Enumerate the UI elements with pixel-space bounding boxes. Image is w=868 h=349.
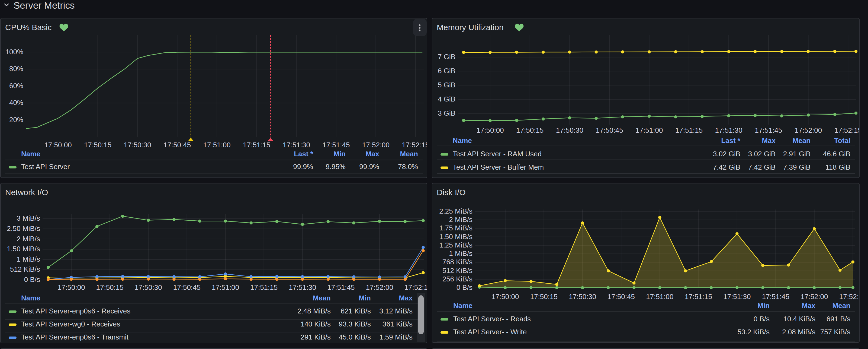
svg-text:17:50:00: 17:50:00 [476, 126, 504, 134]
svg-text:Test API Server - Buffer Mem: Test API Server - Buffer Mem [453, 163, 544, 171]
svg-text:118 GiB: 118 GiB [826, 163, 850, 171]
svg-text:140 KiB/s: 140 KiB/s [301, 320, 331, 328]
svg-text:60%: 60% [9, 82, 23, 90]
svg-text:17:50:15: 17:50:15 [516, 126, 544, 134]
svg-text:17:50:15: 17:50:15 [530, 293, 558, 301]
svg-text:17:50:15: 17:50:15 [96, 283, 123, 291]
svg-text:45.0 KiB/s: 45.0 KiB/s [339, 333, 371, 341]
svg-text:Last *: Last * [294, 150, 313, 158]
svg-text:Test API Server-wg0 - Receives: Test API Server-wg0 - Receives [21, 320, 120, 328]
svg-text:3.02 GiB: 3.02 GiB [748, 150, 776, 158]
svg-text:Name: Name [21, 150, 40, 158]
svg-text:2 MiB/s: 2 MiB/s [17, 235, 40, 243]
svg-text:17:51:15: 17:51:15 [685, 293, 712, 301]
svg-text:17:51:15: 17:51:15 [675, 126, 703, 134]
svg-text:512 KiB/s: 512 KiB/s [10, 265, 40, 273]
svg-text:17:51:45: 17:51:45 [327, 283, 354, 291]
svg-text:3 GiB: 3 GiB [438, 109, 456, 117]
svg-text:17:52:00: 17:52:00 [801, 293, 828, 301]
svg-text:1.59 MiB/s: 1.59 MiB/s [379, 333, 412, 341]
svg-text:Name: Name [453, 301, 472, 310]
svg-text:17:51:45: 17:51:45 [762, 293, 789, 301]
svg-text:Max: Max [365, 150, 379, 158]
svg-text:3 MiB/s: 3 MiB/s [17, 214, 40, 222]
svg-text:17:52:15: 17:52:15 [839, 293, 860, 301]
svg-text:17:50:30: 17:50:30 [569, 293, 596, 301]
svg-text:17:50:45: 17:50:45 [173, 283, 200, 291]
svg-text:2.08 MiB/s: 2.08 MiB/s [782, 328, 815, 336]
svg-text:2 MiB/s: 2 MiB/s [449, 215, 472, 224]
svg-text:17:51:30: 17:51:30 [283, 141, 310, 149]
svg-text:6 GiB: 6 GiB [438, 67, 456, 75]
svg-text:17:52:00: 17:52:00 [795, 126, 822, 134]
svg-text:17:51:15: 17:51:15 [250, 283, 278, 291]
svg-text:100%: 100% [5, 48, 24, 56]
svg-text:Total: Total [834, 137, 850, 145]
svg-text:4 GiB: 4 GiB [438, 95, 456, 103]
svg-text:1.50 MiB/s: 1.50 MiB/s [439, 233, 472, 241]
svg-text:0 B/s: 0 B/s [24, 275, 40, 284]
svg-text:2.91 GiB: 2.91 GiB [783, 150, 810, 158]
svg-text:Test API Server-enp0s6 - Recei: Test API Server-enp0s6 - Receives [21, 307, 130, 315]
svg-text:17:52:15: 17:52:15 [834, 126, 860, 134]
svg-text:Mean: Mean [400, 150, 418, 158]
svg-text:17:51:30: 17:51:30 [289, 283, 316, 291]
svg-text:17:51:00: 17:51:00 [636, 126, 663, 134]
svg-text:361 KiB/s: 361 KiB/s [382, 320, 412, 328]
svg-text:17:51:45: 17:51:45 [322, 141, 350, 149]
svg-text:Name: Name [453, 137, 472, 145]
svg-text:Name: Name [21, 294, 40, 302]
svg-text:1.50 MiB/s: 1.50 MiB/s [7, 245, 40, 253]
svg-text:Max: Max [802, 301, 815, 310]
svg-text:17:50:00: 17:50:00 [492, 293, 519, 301]
svg-text:53.2 KiB/s: 53.2 KiB/s [737, 328, 770, 336]
svg-text:10.4 KiB/s: 10.4 KiB/s [783, 315, 815, 323]
svg-text:Test API Server- - Reads: Test API Server- - Reads [453, 315, 531, 323]
svg-text:Test API Server- - Write: Test API Server- - Write [453, 328, 527, 336]
svg-text:0 B/s: 0 B/s [754, 315, 770, 323]
svg-text:7.42 GiB: 7.42 GiB [748, 163, 776, 171]
svg-text:2.50 MiB/s: 2.50 MiB/s [7, 225, 40, 233]
svg-text:Last *: Last * [721, 137, 741, 145]
svg-text:46.6 GiB: 46.6 GiB [823, 150, 850, 158]
svg-text:17:52:00: 17:52:00 [366, 283, 393, 291]
svg-text:17:50:30: 17:50:30 [124, 141, 151, 149]
svg-text:17:50:45: 17:50:45 [608, 293, 635, 301]
svg-text:291 KiB/s: 291 KiB/s [301, 333, 331, 341]
svg-text:256 KiB/s: 256 KiB/s [442, 275, 472, 283]
svg-text:17:52:15: 17:52:15 [402, 141, 427, 149]
svg-text:1 MiB/s: 1 MiB/s [449, 250, 472, 258]
svg-text:Max: Max [762, 137, 776, 145]
svg-text:17:51:30: 17:51:30 [723, 293, 751, 301]
svg-text:1.25 MiB/s: 1.25 MiB/s [439, 241, 472, 249]
svg-text:768 KiB/s: 768 KiB/s [442, 258, 472, 266]
svg-text:1 MiB/s: 1 MiB/s [17, 255, 40, 263]
svg-text:Mean: Mean [833, 301, 850, 310]
svg-text:7.39 GiB: 7.39 GiB [783, 163, 810, 171]
svg-text:3.12 MiB/s: 3.12 MiB/s [379, 307, 412, 315]
svg-text:17:50:45: 17:50:45 [163, 141, 191, 149]
svg-text:17:51:00: 17:51:00 [212, 283, 239, 291]
svg-text:17:52:00: 17:52:00 [362, 141, 390, 149]
svg-text:17:50:45: 17:50:45 [595, 126, 623, 134]
svg-text:Test API Server - RAM Used: Test API Server - RAM Used [453, 150, 541, 158]
svg-text:3.02 GiB: 3.02 GiB [713, 150, 740, 158]
svg-text:691 B/s: 691 B/s [827, 315, 850, 323]
svg-text:5 GiB: 5 GiB [438, 81, 456, 89]
svg-text:20%: 20% [9, 116, 23, 124]
svg-text:17:50:00: 17:50:00 [58, 283, 85, 291]
svg-text:99.9%: 99.9% [359, 163, 379, 171]
svg-text:Min: Min [359, 294, 371, 302]
svg-text:99.9%: 99.9% [293, 163, 313, 171]
svg-text:9.95%: 9.95% [326, 163, 346, 171]
svg-text:40%: 40% [9, 98, 23, 107]
svg-text:17:50:00: 17:50:00 [44, 141, 71, 149]
svg-text:17:51:00: 17:51:00 [646, 293, 673, 301]
svg-text:93.3 KiB/s: 93.3 KiB/s [339, 320, 371, 328]
svg-text:17:51:00: 17:51:00 [203, 141, 231, 149]
svg-text:Min: Min [334, 150, 346, 158]
svg-text:Test API Server-enp0s6 - Trans: Test API Server-enp0s6 - Transmit [21, 333, 129, 341]
svg-text:621 KiB/s: 621 KiB/s [341, 307, 371, 315]
svg-text:Min: Min [757, 301, 770, 310]
svg-text:17:51:45: 17:51:45 [755, 126, 782, 134]
